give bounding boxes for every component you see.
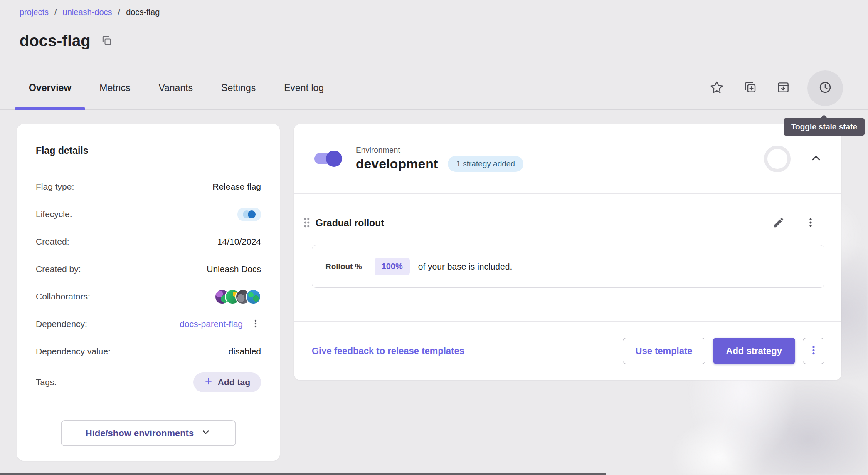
star-icon [710,80,724,96]
environment-menu-button[interactable] [803,338,824,364]
created-by-row: Created by: Unleash Docs [36,255,261,283]
lifecycle-value [237,208,261,221]
lifecycle-label: Lifecycle: [36,209,72,219]
plus-icon [204,377,213,388]
collapse-environment-button[interactable] [809,151,823,166]
dependency-value-row: Dependency value: disabled [36,338,261,365]
dependency-flag-link[interactable]: docs-parent-flag [180,319,243,329]
lifecycle-dot-dark [248,210,256,218]
tab-variants[interactable]: Variants [144,67,207,109]
tab-label: Event log [284,82,324,93]
environment-header-right [764,146,823,172]
flag-details-title: Flag details [36,145,261,156]
kebab-menu-icon [250,318,261,330]
archive-icon [776,80,790,96]
flag-details-card: Flag details Flag type: Release flag Lif… [17,124,280,461]
tab-label: Metrics [99,82,130,93]
avatar[interactable] [246,289,261,304]
tab-bar: Overview Metrics Variants Settings Event… [0,67,868,110]
rollout-label: Rollout % [326,262,362,271]
chevron-up-icon [809,151,823,166]
tab-metrics[interactable]: Metrics [85,67,144,109]
bottom-window-edge [0,473,606,475]
breadcrumb-current: docs-flag [126,7,160,17]
environment-header: Environment development 1 strategy added [294,124,841,194]
tab-label: Variants [158,82,193,93]
toggle-stale-state-button[interactable] [807,70,843,106]
tab-event-log[interactable]: Event log [270,67,338,109]
dependency-value-label: Dependency value: [36,346,111,356]
toggle-thumb [326,151,342,167]
breadcrumb-separator: / [118,7,121,17]
tags-row: Tags: Add tag [36,369,261,396]
kebab-menu-icon [808,344,819,357]
kebab-menu-icon [805,217,816,230]
tabs: Overview Metrics Variants Settings Event… [15,67,338,109]
created-value: 14/10/2024 [217,237,261,247]
strategy-menu-button[interactable] [805,217,816,230]
rollout-summary: Rollout % 100% of your base is included. [312,245,824,288]
lifecycle-row: Lifecycle: [36,200,261,228]
favorite-button[interactable] [708,79,726,97]
breadcrumb-project-name[interactable]: unleash-docs [63,7,112,17]
stale-state-tooltip: Toggle stale state [784,118,865,136]
strategy-count-badge: 1 strategy added [448,156,523,172]
flag-actions-toolbar [708,70,843,106]
use-template-button[interactable]: Use template [623,338,705,364]
environment-label: Environment [356,146,523,155]
title-row: docs-flag [20,32,843,50]
dependency-value: docs-parent-flag [180,318,261,330]
edit-strategy-button[interactable] [772,216,785,230]
dependency-label: Dependency: [36,319,87,329]
rollout-description: of your base is included. [418,262,512,272]
archive-flag-button[interactable] [774,79,792,97]
tab-label: Overview [29,82,71,93]
breadcrumb-separator: / [54,7,57,17]
clone-plus-icon [743,80,757,96]
add-tag-label: Add tag [218,377,250,387]
dependency-row: Dependency: docs-parent-flag [36,310,261,338]
tab-overview[interactable]: Overview [15,67,85,109]
environment-card: Environment development 1 strategy added… [294,124,841,380]
created-label: Created: [36,237,69,247]
environment-toggle[interactable] [314,153,341,164]
dependency-value-value: disabled [229,346,261,356]
lifecycle-stage-icon[interactable] [237,208,261,221]
flag-type-value: Release flag [212,182,261,192]
tab-settings[interactable]: Settings [207,67,270,109]
dependency-menu-button[interactable] [250,318,261,330]
environment-text: Environment development 1 strategy added [356,146,523,172]
created-row: Created: 14/10/2024 [36,228,261,255]
copy-name-button[interactable] [101,35,112,47]
created-by-label: Created by: [36,264,81,274]
page-title: docs-flag [20,32,91,50]
flag-type-row: Flag type: Release flag [36,173,261,200]
environment-footer: Give feedback to release templates Use t… [294,321,841,380]
metrics-ring [764,146,791,172]
strategy-drag-handle[interactable] [302,216,311,230]
hide-show-environments-label: Hide/show environments [86,428,194,439]
environment-name: development [356,156,438,172]
collaborators-row: Collaborators: [36,283,261,310]
created-by-value: Unleash Docs [207,264,261,274]
strategy-header: Gradual rollout [294,216,841,230]
strategy-title: Gradual rollout [316,218,384,229]
add-strategy-button[interactable]: Add strategy [713,338,795,364]
breadcrumb-projects[interactable]: projects [20,7,49,17]
footer-actions: Use template Add strategy [623,338,824,364]
release-templates-feedback-link[interactable]: Give feedback to release templates [312,346,464,356]
flag-type-label: Flag type: [36,182,74,192]
collaborators-label: Collaborators: [36,292,90,302]
hide-show-environments-button[interactable]: Hide/show environments [61,420,236,446]
tags-label: Tags: [36,377,57,387]
rollout-percentage-badge: 100% [375,258,410,275]
top-bar: projects / unleash-docs / docs-flag docs… [0,0,868,50]
tab-label: Settings [221,82,256,93]
copy-flag-button[interactable] [741,79,759,97]
add-tag-button[interactable]: Add tag [193,372,261,392]
drag-handle-icon [302,216,311,230]
copy-icon [101,35,112,47]
collaborator-avatars [215,289,261,304]
strategy-actions [772,216,821,230]
chevron-down-icon [200,427,211,440]
